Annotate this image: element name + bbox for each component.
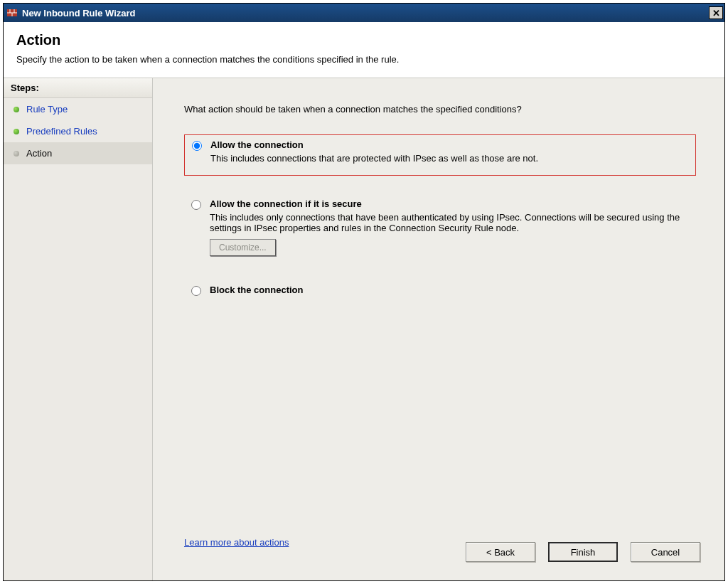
firewall-icon (6, 7, 18, 18)
learn-more-link[interactable]: Learn more about actions (184, 537, 289, 548)
step-rule-type[interactable]: Rule Type (4, 98, 152, 120)
step-label: Predefined Rules (26, 126, 97, 137)
wizard-header: Action Specify the action to be taken wh… (4, 22, 724, 78)
bullet-icon (14, 151, 19, 156)
option-allow-title: Allow the connection (210, 139, 690, 150)
wizard-body: Steps: Rule Type Predefined Rules Action… (4, 78, 724, 580)
options-group: Allow the connection This includes conne… (184, 134, 696, 304)
customize-button: Customize... (210, 239, 276, 256)
close-icon: ✕ (712, 9, 720, 18)
page-title: Action (16, 32, 712, 48)
option-block[interactable]: Block the connection (184, 280, 696, 304)
option-allow-secure-title: Allow the connection if it is secure (210, 198, 690, 209)
radio-allow[interactable] (192, 141, 202, 151)
option-block-title: Block the connection (210, 285, 690, 295)
step-label: Rule Type (26, 104, 68, 115)
wizard-window: New Inbound Rule Wizard ✕ Action Specify… (3, 3, 725, 581)
main-panel: What action should be taken when a conne… (153, 78, 724, 580)
window-title: New Inbound Rule Wizard (22, 8, 709, 18)
back-button[interactable]: < Back (466, 542, 535, 562)
question-text: What action should be taken when a conne… (184, 104, 696, 115)
option-allow-desc: This includes connections that are prote… (210, 153, 690, 164)
bullet-icon (14, 129, 19, 134)
option-allow-secure[interactable]: Allow the connection if it is secure Thi… (184, 194, 696, 262)
option-allow-secure-desc: This includes only connections that have… (210, 212, 690, 233)
option-allow[interactable]: Allow the connection This includes conne… (184, 134, 696, 176)
bullet-icon (14, 107, 19, 112)
titlebar: New Inbound Rule Wizard ✕ (4, 4, 724, 22)
steps-heading: Steps: (4, 78, 152, 98)
steps-sidebar: Steps: Rule Type Predefined Rules Action (4, 78, 153, 580)
close-button[interactable]: ✕ (709, 6, 723, 19)
radio-allow-secure[interactable] (191, 200, 201, 210)
step-predefined-rules[interactable]: Predefined Rules (4, 120, 152, 142)
page-subtitle: Specify the action to be taken when a co… (16, 54, 712, 65)
step-label: Action (26, 148, 52, 159)
radio-block[interactable] (191, 286, 201, 296)
step-action[interactable]: Action (4, 142, 152, 164)
wizard-buttons: < Back Finish Cancel (466, 542, 700, 562)
cancel-button[interactable]: Cancel (631, 542, 700, 562)
finish-button[interactable]: Finish (548, 542, 618, 562)
